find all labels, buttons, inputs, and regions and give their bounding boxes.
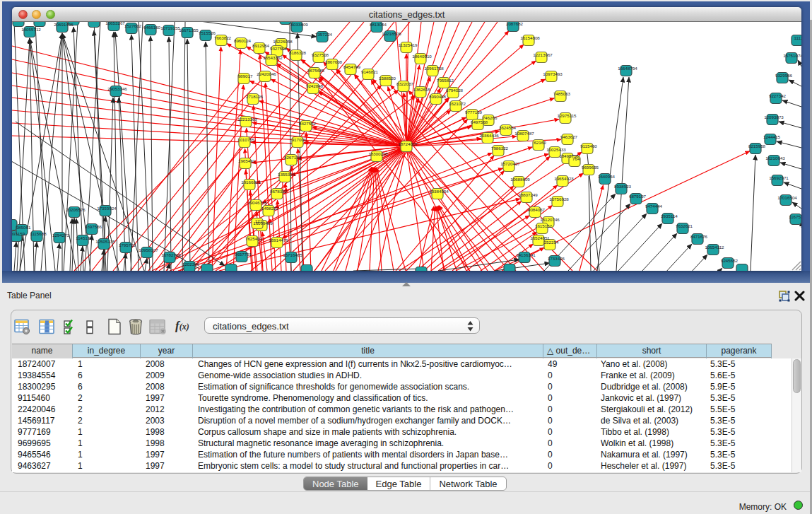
svg-text:1527602: 1527602 — [124, 23, 142, 28]
svg-text:3675685: 3675685 — [307, 68, 325, 73]
svg-text:7485063: 7485063 — [553, 91, 571, 96]
svg-text:9397566: 9397566 — [85, 224, 102, 229]
svg-text:8427552: 8427552 — [299, 121, 317, 126]
svg-text:1615152: 1615152 — [535, 223, 553, 228]
svg-text:16914479: 16914479 — [269, 238, 288, 243]
svg-text:7986322: 7986322 — [491, 146, 509, 151]
svg-text:8912954: 8912954 — [252, 43, 270, 48]
svg-text:121: 121 — [255, 218, 263, 223]
svg-text:15751074: 15751074 — [783, 53, 801, 58]
svg-text:15226058: 15226058 — [273, 39, 293, 44]
svg-text:19166823: 19166823 — [241, 180, 261, 185]
svg-text:989017: 989017 — [238, 74, 253, 78]
svg-text:18724007: 18724007 — [398, 141, 418, 146]
svg-text:15692971: 15692971 — [769, 175, 789, 180]
svg-text:1621072: 1621072 — [449, 101, 466, 106]
svg-text:18807249: 18807249 — [518, 192, 538, 197]
svg-text:18300295: 18300295 — [368, 151, 388, 156]
svg-text:19384554: 19384554 — [429, 189, 449, 194]
svg-text:20206576: 20206576 — [66, 207, 86, 212]
svg-text:9777169: 9777169 — [465, 110, 483, 115]
svg-text:9146821: 9146821 — [361, 69, 379, 74]
svg-text:8186328: 8186328 — [289, 50, 307, 55]
svg-text:11325419: 11325419 — [398, 42, 418, 47]
svg-text:19046786: 19046786 — [247, 200, 267, 205]
svg-text:1244415: 1244415 — [763, 134, 781, 139]
svg-text:9474444: 9474444 — [645, 204, 663, 209]
svg-text:1588520: 1588520 — [379, 76, 396, 81]
svg-text:1112: 1112 — [794, 35, 801, 40]
svg-text:10025433: 10025433 — [546, 147, 566, 152]
svg-text:7357224: 7357224 — [315, 32, 333, 37]
svg-text:19218506: 19218506 — [382, 31, 401, 36]
svg-text:16210643: 16210643 — [765, 156, 785, 160]
svg-text:8813054: 8813054 — [370, 22, 387, 27]
svg-text:10756928: 10756928 — [549, 197, 569, 201]
svg-text:12213967: 12213967 — [533, 52, 553, 57]
svg-text:9245652: 9245652 — [721, 258, 739, 263]
svg-text:1362615: 1362615 — [413, 87, 431, 92]
svg-text:10719155: 10719155 — [160, 25, 180, 30]
svg-text:1010755: 1010755 — [237, 137, 255, 142]
svg-text:9227342: 9227342 — [769, 93, 787, 98]
svg-text:7625402: 7625402 — [245, 236, 263, 241]
svg-text:8960124: 8960124 — [234, 38, 252, 43]
svg-text:7955812: 7955812 — [437, 78, 454, 83]
svg-text:8471676: 8471676 — [690, 234, 708, 239]
svg-text:917006: 917006 — [292, 137, 307, 142]
svg-text:1355394: 1355394 — [278, 172, 295, 177]
svg-text:16033809: 16033809 — [288, 22, 308, 27]
svg-text:2718126: 2718126 — [246, 94, 264, 99]
svg-text:12975115: 12975115 — [557, 113, 577, 118]
svg-text:14136141: 14136141 — [516, 252, 536, 257]
svg-text:18640910: 18640910 — [412, 54, 432, 59]
svg-text:8938923: 8938923 — [614, 184, 632, 189]
svg-text:20364436: 20364436 — [479, 133, 499, 138]
svg-text:6466160: 6466160 — [143, 25, 161, 30]
svg-text:1167533: 1167533 — [789, 214, 801, 219]
svg-text:8267130: 8267130 — [284, 155, 302, 160]
svg-text:2867608: 2867608 — [325, 59, 343, 64]
svg-text:10961758: 10961758 — [424, 66, 444, 71]
svg-text:9242848: 9242848 — [306, 83, 324, 88]
svg-text:8215958: 8215958 — [748, 144, 766, 148]
svg-text:1733426: 1733426 — [548, 256, 565, 261]
svg-text:12213369: 12213369 — [237, 117, 257, 122]
svg-text:1202346: 1202346 — [182, 262, 200, 267]
svg-text:8322037: 8322037 — [396, 81, 414, 86]
svg-text:10958107: 10958107 — [139, 247, 158, 252]
svg-text:985061: 985061 — [16, 225, 31, 230]
svg-text:22420046: 22420046 — [257, 71, 276, 76]
svg-text:10688609: 10688609 — [510, 177, 530, 182]
svg-text:62160: 62160 — [534, 140, 546, 145]
svg-text:6794028: 6794028 — [446, 88, 464, 93]
svg-text:16671355: 16671355 — [179, 28, 199, 33]
svg-text:16120746: 16120746 — [540, 217, 560, 222]
svg-text:10807487: 10807487 — [514, 131, 534, 136]
svg-text:6879197: 6879197 — [629, 194, 647, 199]
svg-text:15720407: 15720407 — [500, 161, 520, 166]
svg-text:20691406: 20691406 — [54, 22, 73, 27]
svg-text:2087682: 2087682 — [506, 22, 524, 26]
svg-text:2935114: 2935114 — [661, 214, 678, 218]
svg-text:1795722: 1795722 — [119, 243, 136, 247]
svg-text:1640954: 1640954 — [598, 174, 616, 179]
svg-text:16782759: 16782759 — [161, 252, 181, 257]
svg-text:7632621: 7632621 — [676, 223, 693, 228]
svg-text:7515526: 7515526 — [199, 30, 216, 35]
svg-text:9463627: 9463627 — [560, 134, 578, 139]
svg-text:6497568: 6497568 — [471, 119, 488, 124]
svg-text:1145194: 1145194 — [76, 235, 93, 240]
svg-text:8454749: 8454749 — [343, 64, 361, 69]
svg-text:1294273: 1294273 — [52, 233, 70, 238]
svg-text:29053346: 29053346 — [107, 86, 127, 91]
svg-text:16648794: 16648794 — [618, 66, 637, 71]
svg-text:9699695: 9699695 — [582, 165, 599, 170]
svg-text:9329966: 9329966 — [775, 73, 793, 78]
svg-text:14055712: 14055712 — [21, 27, 41, 32]
svg-text:16154808: 16154808 — [520, 35, 540, 40]
svg-text:15716485: 15716485 — [283, 252, 302, 257]
svg-text:9327508: 9327508 — [312, 52, 329, 57]
svg-text:3624554: 3624554 — [499, 125, 517, 130]
svg-text:391159: 391159 — [12, 231, 25, 236]
